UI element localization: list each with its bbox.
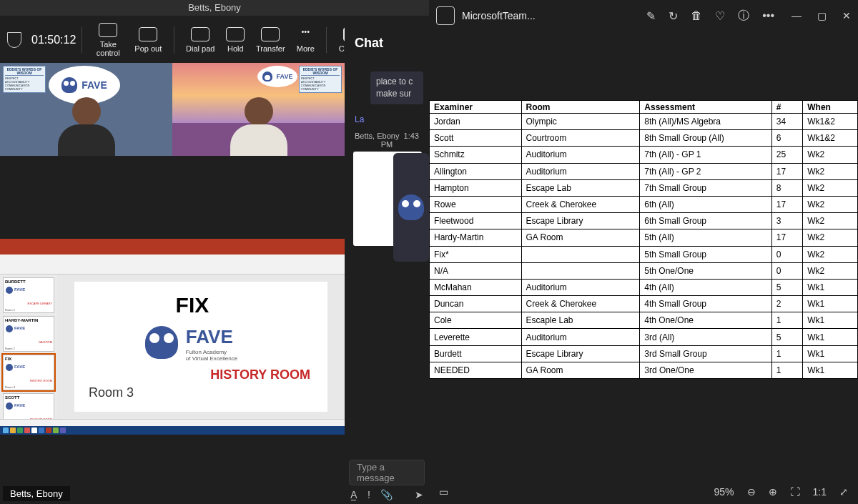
slide-thumb[interactable]: HARDY-MARTINFAVEGA ROOMRoom 2: [3, 316, 54, 352]
chat-message[interactable]: place to c make sur: [370, 71, 423, 104]
owl-icon: [262, 71, 272, 81]
col-header: When: [803, 101, 858, 114]
window-title: Betts, Ebony: [0, 0, 429, 16]
participant-name-tag: Betts, Ebony: [3, 486, 70, 501]
close-button[interactable]: ✕: [842, 10, 851, 21]
format-icon[interactable]: A̲: [350, 489, 358, 500]
col-header: #: [771, 101, 803, 114]
active-slide: FIX FAVE Fulton Academyof Virtual Excell…: [74, 282, 327, 412]
info-icon[interactable]: ⓘ: [738, 9, 749, 24]
fit-icon[interactable]: ⛶: [790, 486, 800, 498]
fullscreen-icon[interactable]: ⤢: [839, 486, 848, 498]
table-row: BurdettEscape Library3rd Small Group1Wk1: [430, 345, 858, 362]
chat-meta: Betts, Ebony 1:43 PM: [350, 132, 423, 149]
owl-icon: [145, 326, 178, 359]
table-row: Fix*5th Small Group0Wk2: [430, 246, 858, 262]
shared-powerpoint[interactable]: BURDETTFAVEESCAPE LIBRARYRoom 2HARDY-MAR…: [0, 239, 345, 429]
participant-video-2[interactable]: FAVE EDDIE'S WORDS OF WISDOM RESPECTACCO…: [172, 63, 345, 156]
more-icon[interactable]: •••: [762, 9, 774, 22]
pop-out-button[interactable]: Pop out: [128, 27, 168, 53]
compose-toolbar[interactable]: A̲ ! 📎 ➤: [350, 488, 423, 501]
person-silhouette: [54, 97, 119, 156]
table-row: SchmitzAuditorium7th (All) - GP 125Wk2: [430, 147, 858, 163]
table-row: JordanOlympic8th (All)/MS Algebra34Wk1&2: [430, 114, 858, 130]
zoom-out-icon[interactable]: ⊖: [747, 486, 756, 498]
filmstrip-icon[interactable]: ▭: [439, 486, 448, 498]
call-timer: 01:50:12: [31, 34, 76, 46]
col-header: Assessment: [640, 101, 771, 114]
table-row: ScottCourtroom8th Small Group (All)6Wk1&…: [430, 130, 858, 147]
zoom-in-icon[interactable]: ⊕: [769, 486, 777, 498]
edit-icon[interactable]: ✎: [646, 9, 656, 23]
table-row: Hardy-MartinGA Room5th (All)17Wk2: [430, 229, 858, 246]
take-control-button[interactable]: Take control: [88, 23, 128, 57]
table-row: FleetwoodEscape Library6th Small Group3W…: [430, 213, 858, 229]
chat-header: Chat: [345, 16, 429, 71]
favorite-icon[interactable]: ♡: [715, 9, 725, 23]
col-header: Room: [521, 101, 640, 114]
maximize-button[interactable]: ▢: [817, 10, 827, 21]
table-row: HamptonEscape Lab7th Small Group8Wk2: [430, 179, 858, 196]
table-row: LeveretteAuditorium3rd (All)5Wk1: [430, 329, 858, 345]
table-row: McMahanAuditorium4th (All)5Wk1: [430, 279, 858, 295]
hold-button[interactable]: Hold: [220, 27, 250, 53]
table-row: ColeEscaple Lab4th One/One1Wk1: [430, 312, 858, 329]
table-row: DuncanCreek & Cherokee4th Small Group2Wk…: [430, 296, 858, 312]
table-row: RoweCreek & Cherokee6th (All)17Wk2: [430, 196, 858, 212]
actual-size-icon[interactable]: 1:1: [813, 486, 827, 498]
zoom-level: 95%: [714, 486, 734, 498]
person-silhouette: [227, 97, 291, 156]
owl-icon: [398, 194, 424, 220]
rotate-icon[interactable]: ↻: [669, 9, 678, 23]
windows-taskbar[interactable]: [0, 426, 345, 435]
table-row: N/A5th One/One0Wk2: [430, 262, 858, 279]
more-button[interactable]: •••More: [290, 27, 320, 53]
slide-thumb[interactable]: FIXFAVEHISTORY ROOMRoom 3: [3, 355, 54, 390]
send-icon[interactable]: ➤: [415, 489, 423, 500]
slide-thumb[interactable]: BURDETTFAVEESCAPE LIBRARYRoom 2: [3, 277, 54, 313]
table-row: NEEDEDGA Room3rd One/One1Wk1: [430, 362, 858, 378]
dial-pad-button[interactable]: Dial pad: [180, 27, 220, 53]
minimize-button[interactable]: —: [792, 10, 802, 21]
image-viewer: MicrosoftTeam... ✎ ↻ 🗑 ♡ ⓘ ••• — ▢ ✕ Exa…: [429, 0, 858, 504]
delete-icon[interactable]: 🗑: [691, 9, 702, 22]
chat-link[interactable]: La: [355, 114, 423, 124]
shield-icon[interactable]: [7, 32, 21, 48]
attach-icon[interactable]: 📎: [380, 489, 393, 500]
col-header: Examiner: [430, 101, 522, 114]
image-message[interactable]: [393, 153, 429, 262]
mission-poster: EDDIE'S WORDS OF WISDOM RESPECTACCOUNTAB…: [299, 66, 342, 93]
image-icon: [436, 6, 455, 25]
compose-input[interactable]: Type a message: [349, 460, 425, 485]
table-row: AllingtonAuditorium7th (All) - GP 217Wk2: [430, 163, 858, 179]
participant-video-1[interactable]: EDDIE'S WORDS OF WISDOM RESPECTACCOUNTAB…: [0, 63, 172, 156]
viewer-title: MicrosoftTeam...: [462, 10, 536, 21]
video-grid: EDDIE'S WORDS OF WISDOM RESPECTACCOUNTAB…: [0, 63, 345, 156]
slide-thumb[interactable]: SCOTTFAVEMUSEUM ROOMRoom 3: [3, 393, 54, 419]
priority-icon[interactable]: !: [368, 489, 370, 500]
owl-icon: [61, 77, 77, 93]
fave-logo: FAVE: [257, 66, 297, 87]
slide-thumbnails[interactable]: BURDETTFAVEESCAPE LIBRARYRoom 2HARDY-MAR…: [0, 275, 57, 419]
schedule-table: ExaminerRoomAssessment#When JordanOlympi…: [429, 100, 858, 379]
transfer-button[interactable]: Transfer: [250, 27, 290, 53]
mission-poster: EDDIE'S WORDS OF WISDOM RESPECTACCOUNTAB…: [3, 66, 46, 93]
